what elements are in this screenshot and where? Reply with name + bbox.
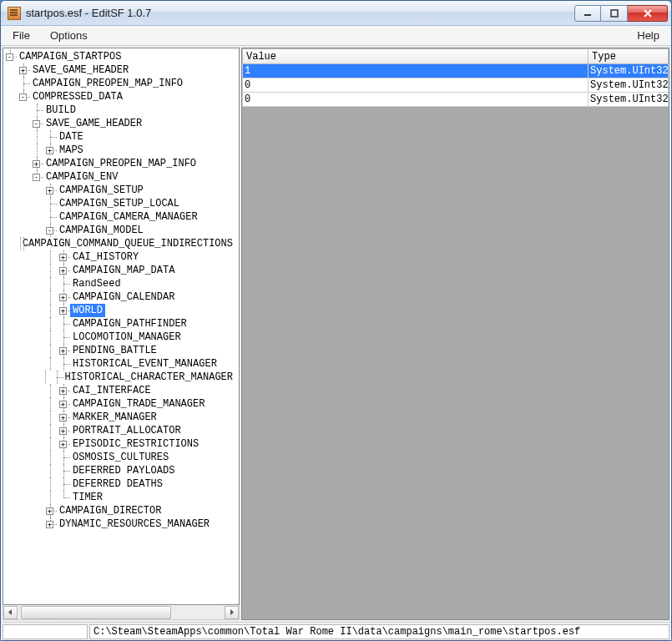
tree-row[interactable]: -SAVE_GAME_HEADER (3, 117, 239, 130)
tree-row[interactable]: DEFERRED PAYLOADS (3, 464, 239, 477)
scroll-thumb[interactable] (21, 606, 171, 619)
tree-node-label[interactable]: CAMPAIGN_DIRECTOR (57, 504, 164, 517)
expand-icon[interactable]: + (59, 294, 67, 301)
tree-node-label[interactable]: SAVE_GAME_HEADER (43, 117, 144, 130)
tree-node-label[interactable]: CAMPAIGN_PREOPEN_MAP_INFO (30, 77, 185, 90)
expand-icon[interactable]: + (59, 441, 67, 448)
tree-row[interactable]: +MARKER_MANAGER (3, 411, 239, 424)
expand-icon[interactable]: + (59, 401, 67, 408)
tree-row[interactable]: +CAI_INTERFACE (3, 384, 239, 397)
tree-node-label[interactable]: HISTORICAL_CHARACTER_MANAGER (62, 371, 235, 384)
tree-node-label[interactable]: DEFERRED DEATHS (70, 477, 165, 491)
scroll-left-button[interactable] (3, 606, 18, 619)
tree-row[interactable]: +WORLD (3, 304, 239, 317)
tree-row[interactable]: +CAMPAIGN_CALENDAR (3, 290, 239, 304)
tree-node-label[interactable]: COMPRESSED_DATA (30, 90, 125, 103)
tree-row[interactable]: +CAMPAIGN_DIRECTOR (3, 504, 239, 517)
tree-node-label[interactable]: BUILD (43, 103, 78, 117)
data-grid[interactable]: ValueType1System.UInt320System.UInt320Sy… (241, 48, 669, 620)
expand-icon[interactable]: + (46, 147, 53, 154)
cell-value[interactable]: 0 (243, 78, 589, 93)
tree-node-label[interactable]: MARKER_MANAGER (70, 411, 159, 424)
tree-node-label[interactable]: MAPS (57, 144, 86, 157)
minimize-button[interactable] (574, 5, 601, 22)
tree-row[interactable]: BUILD (3, 103, 239, 117)
tree-row[interactable]: -CAMPAIGN_ENV (3, 170, 239, 184)
tree-node-label[interactable]: PORTRAIT_ALLOCATOR (70, 424, 184, 437)
tree-node-label[interactable]: CAMPAIGN_MODEL (57, 224, 146, 237)
tree-node-label[interactable]: CAMPAIGN_STARTPOS (17, 50, 124, 63)
tree-row[interactable]: +MAPS (3, 144, 239, 157)
tree-row[interactable]: HISTORICAL_EVENT_MANAGER (3, 357, 239, 371)
tree-node-label[interactable]: DATE (57, 130, 86, 144)
tree-row[interactable]: RandSeed (3, 277, 239, 290)
cell-type[interactable]: System.UInt32 (589, 93, 669, 107)
tree-row[interactable]: DATE (3, 130, 239, 144)
tree-row[interactable]: +CAMPAIGN_MAP_DATA (3, 264, 239, 277)
tree-row[interactable]: HISTORICAL_CHARACTER_MANAGER (3, 371, 239, 384)
tree-node-label[interactable]: DEFERRED PAYLOADS (70, 464, 177, 477)
tree-view[interactable]: -CAMPAIGN_STARTPOS+SAVE_GAME_HEADERCAMPA… (3, 48, 240, 605)
tree-row[interactable]: +CAMPAIGN_PREOPEN_MAP_INFO (3, 157, 239, 170)
tree-row[interactable]: CAMPAIGN_SETUP_LOCAL (3, 197, 239, 210)
tree-row[interactable]: +CAMPAIGN_TRADE_MANAGER (3, 397, 239, 411)
table-row[interactable]: 0System.UInt32 (243, 93, 669, 107)
tree-row[interactable]: -CAMPAIGN_STARTPOS (3, 50, 239, 63)
tree-node-label[interactable]: CAMPAIGN_PATHFINDER (70, 317, 189, 331)
cell-type[interactable]: System.UInt32 (589, 64, 669, 78)
tree-row[interactable]: CAMPAIGN_PREOPEN_MAP_INFO (3, 77, 239, 90)
scroll-right-button[interactable] (225, 606, 239, 619)
tree-row[interactable]: +PENDING_BATTLE (3, 344, 239, 357)
menu-help[interactable]: Help (627, 26, 669, 45)
tree-node-label[interactable]: CAI_INTERFACE (70, 384, 154, 397)
expand-icon[interactable]: + (59, 267, 67, 275)
tree-node-label[interactable]: CAI_HISTORY (70, 250, 141, 264)
expand-icon[interactable]: + (59, 307, 67, 315)
tree-node-label[interactable]: DYNAMIC_RESOURCES_MANAGER (57, 517, 212, 531)
tree-row[interactable]: +CAI_HISTORY (3, 250, 239, 264)
tree-row[interactable]: CAMPAIGN_COMMAND_QUEUE_INDIRECTIONS (3, 237, 239, 250)
tree-node-label[interactable]: CAMPAIGN_CAMERA_MANAGER (57, 210, 200, 224)
expand-icon[interactable]: + (33, 160, 40, 168)
tree-node-label[interactable]: CAMPAIGN_CALENDAR (70, 290, 177, 304)
tree-row[interactable]: +PORTRAIT_ALLOCATOR (3, 424, 239, 437)
expand-icon[interactable]: + (46, 187, 53, 194)
tree-row[interactable]: OSMOSIS_CULTURES (3, 451, 239, 464)
tree-row[interactable]: +DYNAMIC_RESOURCES_MANAGER (3, 517, 239, 531)
cell-value[interactable]: 1 (243, 64, 589, 78)
tree-row[interactable]: +CAMPAIGN_SETUP (3, 184, 239, 197)
tree-row[interactable]: -CAMPAIGN_MODEL (3, 224, 239, 237)
tree-node-label[interactable]: RandSeed (70, 277, 124, 290)
tree-node-label[interactable]: HISTORICAL_EVENT_MANAGER (70, 357, 220, 371)
tree-node-label[interactable]: PENDING_BATTLE (70, 344, 159, 357)
tree-node-label[interactable]: CAMPAIGN_MAP_DATA (70, 264, 177, 277)
tree-node-label[interactable]: WORLD (70, 304, 105, 317)
tree-row[interactable]: CAMPAIGN_PATHFINDER (3, 317, 239, 331)
tree-node-label[interactable]: EPISODIC_RESTRICTIONS (70, 437, 201, 451)
close-button[interactable] (628, 5, 668, 22)
tree-row[interactable]: +EPISODIC_RESTRICTIONS (3, 437, 239, 451)
tree-node-label[interactable]: CAMPAIGN_PREOPEN_MAP_INFO (43, 157, 199, 170)
collapse-icon[interactable]: - (6, 53, 13, 61)
tree-node-label[interactable]: SAVE_GAME_HEADER (30, 63, 131, 77)
maximize-button[interactable] (601, 5, 628, 22)
expand-icon[interactable]: + (59, 414, 67, 421)
column-header-value[interactable]: Value (243, 49, 589, 64)
tree-node-label[interactable]: CAMPAIGN_COMMAND_QUEUE_INDIRECTIONS (20, 237, 235, 250)
table-row[interactable]: 1System.UInt32 (243, 64, 669, 78)
expand-icon[interactable]: + (59, 427, 67, 435)
tree-row[interactable]: CAMPAIGN_CAMERA_MANAGER (3, 210, 239, 224)
titlebar[interactable]: startpos.esf - EditSF 1.0.7 (1, 1, 671, 26)
column-header-type[interactable]: Type (589, 49, 669, 64)
collapse-icon[interactable]: - (46, 227, 53, 235)
scroll-track[interactable] (18, 606, 225, 619)
tree-node-label[interactable]: CAMPAIGN_SETUP (57, 184, 146, 197)
tree-node-label[interactable]: LOCOMOTION_MANAGER (70, 331, 184, 344)
tree-row[interactable]: +SAVE_GAME_HEADER (3, 63, 239, 77)
menu-file[interactable]: File (3, 26, 40, 45)
expand-icon[interactable]: + (46, 521, 53, 528)
collapse-icon[interactable]: - (33, 174, 40, 181)
table-row[interactable]: 0System.UInt32 (243, 78, 669, 93)
tree-row[interactable]: -COMPRESSED_DATA (3, 90, 239, 103)
tree-node-label[interactable]: OSMOSIS_CULTURES (70, 451, 171, 464)
